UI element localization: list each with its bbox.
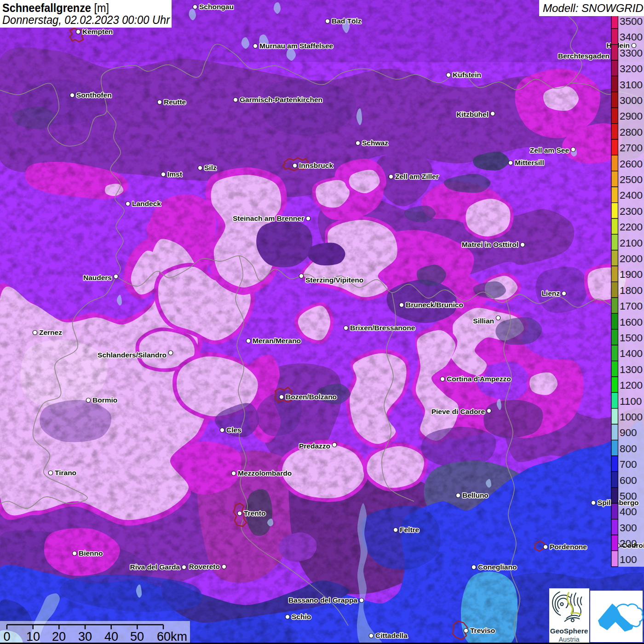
svg-text:Bad Tölz: Bad Tölz (332, 17, 362, 25)
svg-text:1000: 1000 (620, 411, 643, 423)
svg-text:2700: 2700 (620, 142, 643, 154)
svg-text:Sonthofen: Sonthofen (76, 91, 112, 99)
svg-text:Schneefallgrenze [m]: Schneefallgrenze [m] (2, 1, 109, 14)
svg-text:Brixen/Bressanone: Brixen/Bressanone (350, 324, 415, 332)
svg-text:60km: 60km (157, 630, 187, 644)
svg-text:2900: 2900 (620, 110, 643, 122)
svg-text:Modell: SNOWGRID: Modell: SNOWGRID (543, 2, 644, 14)
svg-text:700: 700 (620, 459, 637, 470)
svg-text:Zernez: Zernez (39, 328, 62, 336)
svg-text:10: 10 (26, 630, 40, 644)
svg-text:Feltre: Feltre (400, 526, 420, 534)
svg-text:Berchtesgaden: Berchtesgaden (558, 52, 610, 60)
svg-text:3000: 3000 (620, 95, 643, 106)
svg-text:3300: 3300 (620, 47, 643, 59)
svg-text:Meran/Merano: Meran/Merano (253, 337, 301, 345)
svg-text:Cittadella: Cittadella (375, 632, 408, 639)
svg-text:3200: 3200 (620, 63, 643, 75)
svg-text:40: 40 (104, 630, 118, 644)
svg-text:50: 50 (130, 630, 144, 644)
svg-text:Kitzbühel: Kitzbühel (456, 110, 489, 118)
svg-text:3400: 3400 (620, 31, 643, 43)
svg-text:2100: 2100 (620, 237, 643, 249)
svg-text:1900: 1900 (620, 269, 643, 280)
svg-text:20: 20 (52, 630, 66, 644)
svg-text:900: 900 (620, 427, 637, 438)
svg-text:Schlanders/Silandro: Schlanders/Silandro (98, 351, 167, 359)
svg-text:Austria: Austria (558, 636, 580, 643)
svg-text:Matrei in Osttirol: Matrei in Osttirol (462, 241, 518, 248)
svg-text:Lienz: Lienz (541, 289, 560, 297)
svg-text:Tirano: Tirano (55, 469, 76, 477)
svg-text:Donnerstag, 02.02.2023 00:00 U: Donnerstag, 02.02.2023 00:00 Uhr (2, 13, 171, 26)
svg-text:Bassano del Grappa: Bassano del Grappa (288, 596, 357, 604)
svg-text:1300: 1300 (620, 364, 643, 375)
svg-text:Belluno: Belluno (462, 491, 489, 499)
svg-text:Steinach am Brenner: Steinach am Brenner (233, 214, 304, 222)
svg-text:1100: 1100 (620, 396, 642, 407)
svg-text:Cles: Cles (226, 426, 242, 434)
svg-text:Garmisch-Partenkirchen: Garmisch-Partenkirchen (240, 96, 322, 104)
svg-text:Predazzo: Predazzo (299, 442, 330, 450)
svg-text:2800: 2800 (620, 126, 643, 138)
svg-text:1600: 1600 (620, 316, 643, 328)
svg-text:Pordenone: Pordenone (550, 543, 587, 551)
svg-text:1700: 1700 (620, 300, 643, 312)
svg-text:Schio: Schio (292, 613, 311, 621)
svg-text:30: 30 (78, 630, 92, 644)
svg-text:Pieve di Cadore: Pieve di Cadore (431, 408, 485, 415)
svg-text:GeoSphere: GeoSphere (550, 627, 588, 635)
svg-text:Cortina d'Ampezzo: Cortina d'Ampezzo (447, 375, 511, 383)
svg-text:1200: 1200 (620, 380, 643, 391)
svg-text:Conegliano: Conegliano (478, 563, 517, 571)
svg-text:200: 200 (620, 538, 637, 549)
svg-text:Imst: Imst (167, 170, 182, 178)
svg-text:600: 600 (620, 475, 637, 486)
svg-text:Bozen/Bolzano: Bozen/Bolzano (286, 393, 337, 401)
svg-text:Landeck: Landeck (132, 200, 161, 207)
svg-text:Kempten: Kempten (82, 28, 113, 35)
svg-text:3100: 3100 (620, 79, 643, 91)
svg-text:0: 0 (3, 630, 10, 644)
svg-text:Murnau am Staffelsee: Murnau am Staffelsee (259, 42, 334, 50)
svg-text:2300: 2300 (620, 206, 643, 217)
svg-text:Schwaz: Schwaz (362, 139, 388, 147)
svg-text:Mezzolombardo: Mezzolombardo (238, 469, 292, 477)
svg-text:Trento: Trento (244, 509, 265, 517)
svg-text:Treviso: Treviso (470, 627, 495, 634)
svg-text:800: 800 (620, 443, 637, 454)
svg-text:1500: 1500 (620, 332, 643, 344)
svg-text:Mittersill: Mittersill (515, 159, 544, 167)
svg-text:300: 300 (620, 522, 637, 534)
svg-text:Innsbruck: Innsbruck (299, 161, 333, 169)
svg-text:1800: 1800 (620, 285, 643, 296)
svg-text:Schongau: Schongau (199, 3, 234, 11)
svg-text:Kufstein: Kufstein (453, 71, 481, 79)
svg-text:Bienno: Bienno (79, 549, 103, 557)
svg-text:Sillian: Sillian (473, 317, 494, 325)
svg-text:Rovereto: Rovereto (189, 563, 220, 570)
svg-text:Bormio: Bormio (92, 396, 117, 404)
svg-text:2400: 2400 (620, 190, 643, 201)
svg-text:100: 100 (620, 554, 637, 565)
svg-text:500: 500 (620, 490, 637, 502)
svg-text:1400: 1400 (620, 348, 643, 359)
svg-text:Reutte: Reutte (164, 98, 186, 106)
svg-text:2000: 2000 (620, 253, 643, 264)
svg-text:Nauders: Nauders (83, 274, 112, 282)
svg-text:3500: 3500 (620, 16, 643, 27)
svg-text:Zell am Ziller: Zell am Ziller (395, 172, 439, 180)
svg-text:Sterzing/Vipiteno: Sterzing/Vipiteno (305, 276, 363, 284)
svg-text:2200: 2200 (620, 221, 643, 233)
svg-text:Riva del Garda: Riva del Garda (130, 563, 180, 571)
svg-text:Zell am See: Zell am See (530, 146, 569, 154)
svg-text:Bruneck/Brunico: Bruneck/Brunico (406, 301, 463, 309)
svg-text:Silz: Silz (204, 164, 217, 172)
svg-text:2500: 2500 (620, 174, 643, 185)
svg-text:400: 400 (620, 506, 637, 518)
svg-text:2600: 2600 (620, 158, 643, 170)
